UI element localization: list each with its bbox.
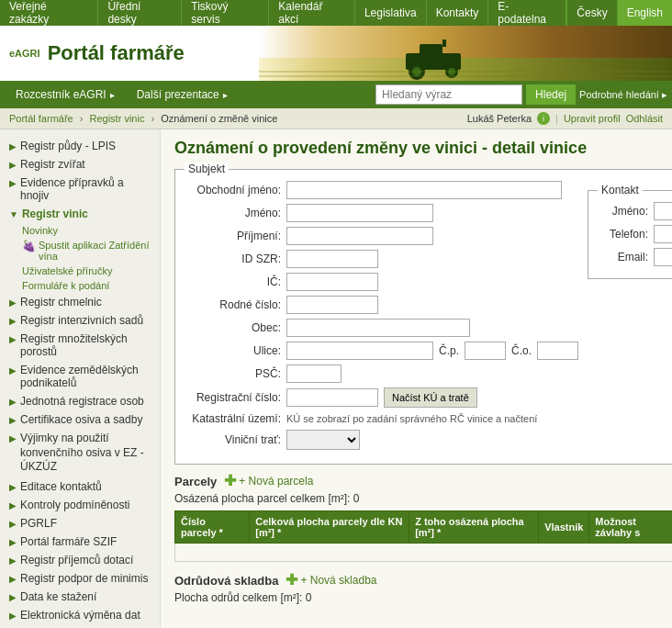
breadcrumb-sep-2: › [151, 113, 154, 124]
sidebar-item-mapa-vyskytu[interactable]: ▶ Mapa výskytu škodlivých organismů [0, 624, 160, 628]
site-header: eAGRI Portál farmáře [0, 26, 672, 81]
bullet-jednotna: ▶ [9, 397, 17, 407]
psc-row: PSČ: [185, 364, 578, 383]
advanced-search-link[interactable]: Podrobné hledání ▸ [579, 89, 667, 101]
user-area: Lukáš Peterka i | Upravit profil Odhlási… [467, 112, 663, 125]
bullet-evidence: ▶ [9, 178, 17, 188]
top-nav-kalendar-akci[interactable]: Kalendář akcí [269, 0, 355, 26]
sidebar-item-vyjimky[interactable]: ▶ Výjimky na použití konvenčního osiva v… [0, 429, 160, 477]
sidebar-item-editace-kontaktu[interactable]: ▶ Editace kontaktů [0, 477, 160, 496]
nova-parcela-link[interactable]: ✚ + Nová parcela [224, 474, 313, 488]
sidebar-item-jednotna-reg[interactable]: ▶ Jednotná registrace osob [0, 392, 160, 410]
co-input[interactable] [537, 342, 578, 360]
odruda-label: Odrůdová skladba [174, 574, 278, 588]
sidebar-item-evidence-zem[interactable]: ▶ Evidence zemědělských podnikatelů [0, 361, 160, 392]
sidebar-item-certifikace[interactable]: ▶ Certifikace osiva a sadby [0, 410, 160, 429]
reg-cislo-row: Registrační číslo: Načíst KÚ a tratě [185, 387, 578, 408]
sidebar-item-registr-prijemcu[interactable]: ▶ Registr příjemců dotací [0, 551, 160, 569]
cp-input[interactable] [465, 342, 506, 360]
dalsi-prezentace-item[interactable]: Další prezentace ▸ [126, 81, 239, 108]
sidebar-item-registr-podpor[interactable]: ▶ Registr podpor de minimis [0, 569, 160, 588]
vinicni-trat-select[interactable] [286, 430, 360, 450]
ic-input[interactable] [286, 273, 378, 291]
sidebar-item-evidence-pripravku[interactable]: ▶ Evidence přípravků a hnojiv [0, 174, 160, 205]
sidebar-item-registr-mnoz[interactable]: ▶ Registr množitelských porostů [0, 330, 160, 361]
sidebar-item-elektronicka-vymena[interactable]: ▶ Elektronická výměna dat [0, 606, 160, 624]
header-image [259, 26, 672, 81]
sidebar-item-kontroly[interactable]: ▶ Kontroly podmíněnosti [0, 496, 160, 514]
sidebar-item-pgrlf[interactable]: ▶ PGRLF [0, 514, 160, 533]
rodne-cislo-input[interactable] [286, 296, 378, 314]
breadcrumb-bar: Portál farmáře › Registr vinic › Oznámen… [0, 108, 672, 129]
parcely-summary-label: Osázená plocha parcel celkem [m²]: [174, 492, 350, 505]
top-nav-uredni-desky[interactable]: Úřední desky [98, 0, 182, 26]
odruda-summary: Plocha odrůd celkem [m²]: 0 [174, 591, 672, 604]
search-button[interactable]: Hledej [526, 84, 576, 105]
header-logo: eAGRI Portál farmáře [9, 41, 185, 65]
obchodni-jmeno-input[interactable] [286, 181, 562, 199]
parcely-empty-row [175, 544, 673, 562]
katastralni-uzemi-label: Katastrální území: [185, 412, 281, 425]
id-szr-input[interactable] [286, 250, 378, 268]
ulice-row: Ulice: Č.p. Č.o. [185, 342, 578, 360]
parcely-summary: Osázená plocha parcel celkem [m²]: 0 [174, 492, 672, 505]
odruda-summary-value: 0 [306, 591, 312, 604]
logout-link[interactable]: Odhlásit [626, 113, 663, 124]
rodne-cislo-label: Rodné číslo: [185, 298, 281, 311]
contact-jmeno-input[interactable] [654, 202, 672, 220]
top-nav-cesky[interactable]: Česky [566, 0, 617, 26]
sidebar-item-registr-int-sadu[interactable]: ▶ Registr intenzivních sadů [0, 311, 160, 330]
ulice-input[interactable] [286, 342, 433, 360]
top-nav-legislativa[interactable]: Legislativa [355, 0, 427, 26]
sidebar-sub-formulare[interactable]: Formuláře k podání [0, 278, 160, 293]
obec-label: Obec: [185, 321, 281, 334]
sidebar-item-data-ke-stazeni[interactable]: ▶ Data ke stažení [0, 588, 160, 606]
sidebar-sub-novinky[interactable]: Novinky [0, 223, 160, 238]
sidebar-sub-spustit[interactable]: 🍇 Spustit aplikaci Zatřídění vína [0, 238, 160, 264]
svg-rect-3 [420, 44, 442, 55]
top-nav-verejne-zakazky[interactable]: Veřejné zakázky [0, 0, 98, 26]
nacist-ku-trate-button[interactable]: Načíst KÚ a tratě [384, 387, 477, 408]
co-label: Č.o. [511, 344, 532, 357]
psc-input[interactable] [286, 364, 342, 383]
breadcrumb-registr-vinic[interactable]: Registr vinic [90, 113, 145, 124]
eagri-label: eAGRI [9, 48, 40, 59]
obec-row: Obec: [185, 319, 578, 337]
top-nav-epodatelna[interactable]: E-podatelna [488, 0, 566, 26]
search-input[interactable] [375, 84, 522, 105]
sidebar-item-registr-zvirat[interactable]: ▶ Registr zvířat [0, 155, 160, 174]
top-nav-english[interactable]: English [618, 0, 672, 26]
sidebar-item-registr-chmelnic[interactable]: ▶ Registr chmelnic [0, 293, 160, 311]
top-nav-tiskovy-servis[interactable]: Tiskový servis [182, 0, 269, 26]
ku-info-text: KÚ se zobrazí po zadání správného RČ vin… [286, 413, 537, 424]
obec-input[interactable] [286, 319, 470, 337]
prijmeni-input[interactable] [286, 227, 433, 245]
breadcrumb-portal-farmaze[interactable]: Portál farmáře [9, 113, 73, 124]
sidebar-item-registr-pudy[interactable]: ▶ Registr půdy - LPIS [0, 137, 160, 155]
id-szr-row: ID SZR: [185, 250, 578, 268]
col-celkova-plocha: Celková plocha parcely dle KN [m²] * [250, 511, 409, 544]
dalsi-arrow: ▸ [223, 90, 228, 100]
contact-email-row: Email: [598, 248, 672, 266]
bullet-szif: ▶ [9, 537, 17, 547]
info-icon[interactable]: i [537, 112, 550, 125]
reg-cislo-input[interactable] [286, 388, 378, 407]
top-nav-kontakty[interactable]: Kontakty [427, 0, 489, 26]
nova-skladba-link[interactable]: ✚ + Nová skladba [286, 573, 376, 588]
sidebar-item-portal-szif[interactable]: ▶ Portál farmáře SZIF [0, 533, 160, 551]
col-moznost-zavlahy: Možnost závlahy s [589, 511, 672, 544]
subject-fields: Obchodní jméno: Jméno: Příjmení: ID SZR: [185, 181, 578, 454]
jmeno-input[interactable] [286, 204, 433, 222]
contact-email-input[interactable] [654, 248, 672, 266]
sidebar-sub-uzivatelske[interactable]: Uživatelské příručky [0, 264, 160, 278]
prijmeni-label: Příjmení: [185, 230, 281, 242]
jmeno-row: Jméno: [185, 204, 578, 222]
svg-rect-1 [259, 58, 672, 81]
contact-jmeno-row: Jméno: [598, 202, 672, 220]
bullet-chmelnic: ▶ [9, 297, 17, 308]
edit-profile-link[interactable]: Upravit profil [564, 113, 621, 124]
sidebar-item-registr-vinic[interactable]: ▼ Registr vinic [0, 205, 160, 223]
contact-telefon-input[interactable] [654, 225, 672, 243]
rozcestnik-item[interactable]: Rozcestník eAGRI ▸ [5, 81, 126, 108]
parcely-label: Parcely [174, 475, 217, 488]
